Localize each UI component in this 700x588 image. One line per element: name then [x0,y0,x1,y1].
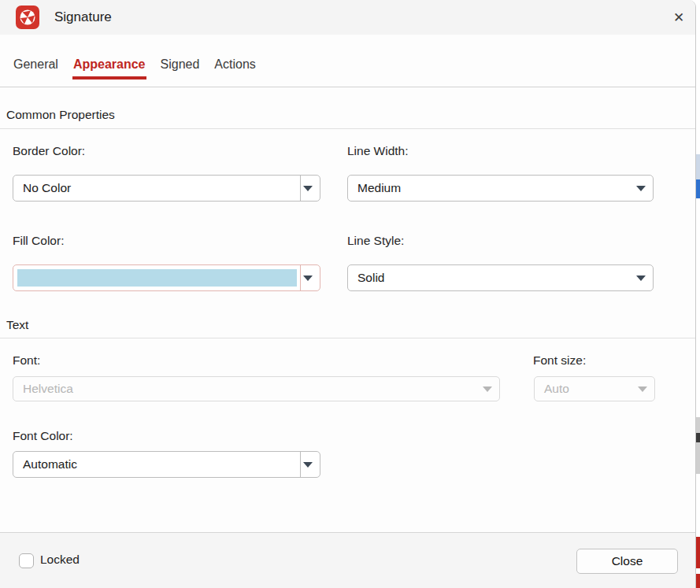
locked-label: Locked [40,553,80,567]
tab-bar: General Appearance Signed Actions [0,35,695,87]
section-title-text: Text [6,318,28,332]
divider [300,176,301,201]
divider [0,128,695,129]
divider [0,338,695,338]
tab-signed[interactable]: Signed [160,57,201,87]
chevron-down-icon [303,462,313,468]
font-color-label: Font Color: [13,429,73,443]
font-select: Helvetica [13,376,500,401]
line-style-label: Line Style: [347,234,404,248]
close-button[interactable]: Close [576,549,678,574]
font-value: Helvetica [23,377,73,401]
line-style-select[interactable]: Solid [347,264,654,291]
font-size-select: Auto [534,376,655,401]
chevron-down-icon [638,386,647,392]
section-title-common-properties: Common Properties [6,108,115,122]
fill-color-select[interactable] [13,264,320,291]
chevron-down-icon [303,276,313,281]
line-width-value: Medium [357,176,401,201]
tab-actions[interactable]: Actions [213,57,256,87]
chevron-down-icon [303,186,313,191]
tab-appearance[interactable]: Appearance [72,57,146,87]
window-title: Signature [54,0,112,35]
chevron-down-icon [636,186,646,191]
line-style-value: Solid [357,265,384,290]
border-color-value: No Color [23,176,71,201]
divider [300,452,301,477]
close-icon[interactable]: ✕ [666,6,691,29]
border-color-select[interactable]: No Color [13,175,320,202]
font-color-select[interactable]: Automatic [13,451,320,478]
tab-general[interactable]: General [13,57,59,87]
font-color-value: Automatic [23,452,77,477]
font-size-label: Font size: [533,353,586,368]
line-width-select[interactable]: Medium [347,175,654,202]
app-logo-icon [16,6,39,29]
font-size-value: Auto [544,377,569,401]
dialog-footer: Locked Close [0,532,695,588]
fill-color-swatch [17,269,297,287]
fill-color-label: Fill Color: [13,234,64,248]
titlebar: Signature ✕ [0,0,695,35]
border-color-label: Border Color: [13,144,85,158]
line-width-label: Line Width: [347,144,409,158]
locked-checkbox[interactable] [19,553,34,568]
divider [300,265,301,290]
signature-dialog: Signature ✕ General Appearance Signed Ac… [0,0,696,588]
chevron-down-icon [483,386,492,392]
font-label: Font: [13,353,40,368]
chevron-down-icon [636,276,646,281]
